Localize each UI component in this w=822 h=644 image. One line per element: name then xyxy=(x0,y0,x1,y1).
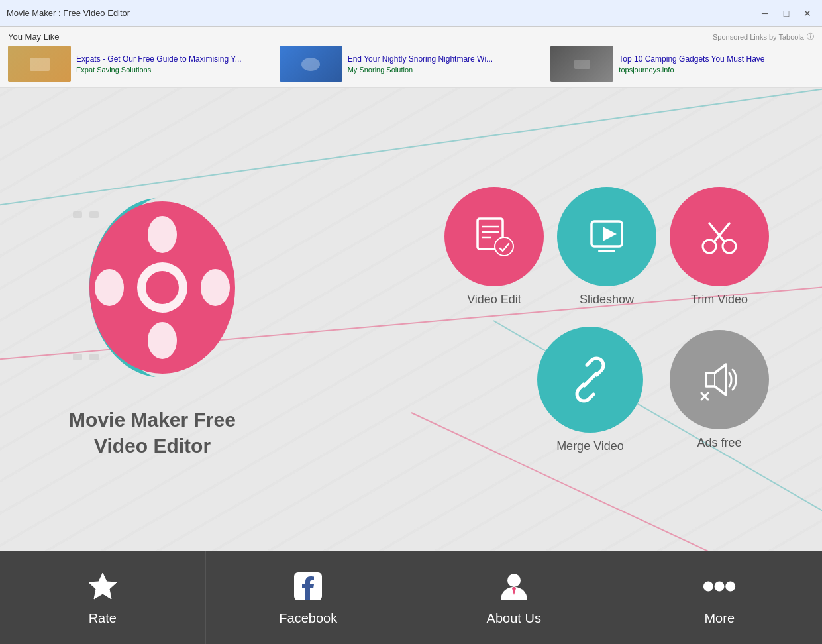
svg-rect-0 xyxy=(30,58,50,71)
ad-header: You May Like Sponsored Links by Taboola … xyxy=(8,32,814,42)
svg-point-5 xyxy=(146,271,179,304)
svg-point-7 xyxy=(148,322,177,359)
features-grid: Video Edit Slideshow xyxy=(444,187,769,453)
facebook-icon xyxy=(291,570,325,606)
more-label: More xyxy=(704,611,735,626)
merge-video-icon xyxy=(567,356,613,403)
rate-nav-item[interactable]: Rate xyxy=(0,551,206,644)
ad-source: My Snoring Solution xyxy=(348,66,543,74)
svg-point-35 xyxy=(715,581,725,591)
film-reel-icon xyxy=(53,185,252,390)
logo-graphic xyxy=(53,182,252,394)
ad-item[interactable]: End Your Nightly Snoring Nightmare Wi...… xyxy=(280,46,543,82)
slideshow-icon xyxy=(584,213,630,260)
svg-point-18 xyxy=(495,237,513,256)
main-content: You May Like Sponsored Links by Taboola … xyxy=(0,27,822,644)
ads-free-circle xyxy=(670,330,769,429)
trim-video-icon xyxy=(696,213,743,260)
sponsored-label: Sponsored Links by Taboola ⓘ xyxy=(713,32,814,42)
ad-thumbnail xyxy=(280,46,342,82)
ad-headline[interactable]: End Your Nightly Snoring Nightmare Wi... xyxy=(348,54,543,65)
slideshow-label: Slideshow xyxy=(580,293,634,307)
logo-area: Movie Maker FreeVideo Editor xyxy=(53,182,252,458)
svg-rect-12 xyxy=(73,354,82,360)
merge-video-button[interactable]: Merge Video xyxy=(537,327,643,453)
person-icon xyxy=(497,570,531,603)
trim-video-label: Trim Video xyxy=(691,293,748,307)
svg-line-27 xyxy=(584,374,596,386)
about-us-nav-item[interactable]: About Us xyxy=(411,551,617,644)
window-controls: ─ □ ✕ xyxy=(757,5,815,21)
title-bar: Movie Maker : Free Video Editor ─ □ ✕ xyxy=(0,0,822,27)
svg-marker-31 xyxy=(89,573,117,599)
rate-label: Rate xyxy=(89,611,117,626)
ads-free-icon xyxy=(696,356,743,403)
ad-text: Top 10 Camping Gadgets You Must Have top… xyxy=(619,54,814,74)
svg-marker-20 xyxy=(603,227,617,241)
ad-text: End Your Nightly Snoring Nightmare Wi...… xyxy=(348,54,543,74)
svg-point-6 xyxy=(148,216,177,253)
ad-thumbnail xyxy=(550,46,613,82)
app-logo-text: Movie Maker FreeVideo Editor xyxy=(69,407,236,458)
app-title: Movie Maker : Free Video Editor xyxy=(7,8,130,18)
close-button[interactable]: ✕ xyxy=(799,5,815,21)
ad-headline[interactable]: Top 10 Camping Gadgets You Must Have xyxy=(619,54,814,65)
bottom-nav: Rate Facebook A xyxy=(0,551,822,644)
svg-rect-13 xyxy=(89,354,99,360)
svg-rect-21 xyxy=(598,250,615,252)
video-edit-label: Video Edit xyxy=(467,293,521,307)
more-dots-icon xyxy=(703,570,736,603)
ad-source: Expat Saving Solutions xyxy=(76,66,272,74)
ad-item[interactable]: Top 10 Camping Gadgets You Must Have top… xyxy=(550,46,814,82)
slideshow-button[interactable]: Slideshow xyxy=(557,187,656,307)
facebook-logo-icon xyxy=(291,570,325,603)
maximize-button[interactable]: □ xyxy=(778,5,794,21)
trim-video-button[interactable]: Trim Video xyxy=(670,187,769,307)
video-edit-button[interactable]: Video Edit xyxy=(444,187,544,307)
more-nav-item[interactable]: More xyxy=(617,551,823,644)
ads-free-button[interactable]: Ads free xyxy=(670,330,769,450)
ad-source: topsjourneys.info xyxy=(619,66,814,74)
slideshow-circle xyxy=(557,187,656,286)
taboola-icon: ⓘ xyxy=(807,32,814,42)
svg-point-1 xyxy=(301,58,320,71)
ad-headline[interactable]: Expats - Get Our Free Guide to Maximisin… xyxy=(76,54,272,65)
svg-point-36 xyxy=(725,581,735,591)
more-icon xyxy=(703,570,736,606)
video-edit-icon xyxy=(471,213,517,260)
about-us-label: About Us xyxy=(487,611,541,626)
svg-point-34 xyxy=(703,581,713,591)
svg-rect-11 xyxy=(89,211,99,218)
ad-banner: You May Like Sponsored Links by Taboola … xyxy=(0,27,822,88)
star-icon xyxy=(86,570,119,603)
merge-video-circle xyxy=(537,327,643,433)
you-may-like-label: You May Like xyxy=(8,32,60,42)
svg-rect-10 xyxy=(73,211,82,218)
facebook-nav-item[interactable]: Facebook xyxy=(206,551,412,644)
app-area: Movie Maker FreeVideo Editor xyxy=(0,88,822,551)
svg-point-33 xyxy=(507,574,521,587)
minimize-button[interactable]: ─ xyxy=(757,5,773,21)
ad-items: Expats - Get Our Free Guide to Maximisin… xyxy=(8,46,814,82)
svg-point-8 xyxy=(95,269,124,306)
about-us-icon xyxy=(497,570,531,606)
ad-thumbnail xyxy=(8,46,71,82)
svg-point-9 xyxy=(201,269,230,306)
ad-text: Expats - Get Our Free Guide to Maximisin… xyxy=(76,54,272,74)
merge-video-label: Merge Video xyxy=(556,439,624,453)
trim-video-circle xyxy=(670,187,769,286)
rate-icon xyxy=(86,570,119,606)
facebook-label: Facebook xyxy=(279,611,337,626)
video-edit-circle xyxy=(444,187,544,286)
ad-item[interactable]: Expats - Get Our Free Guide to Maximisin… xyxy=(8,46,272,82)
ads-free-label: Ads free xyxy=(697,436,741,450)
svg-rect-2 xyxy=(574,60,590,69)
